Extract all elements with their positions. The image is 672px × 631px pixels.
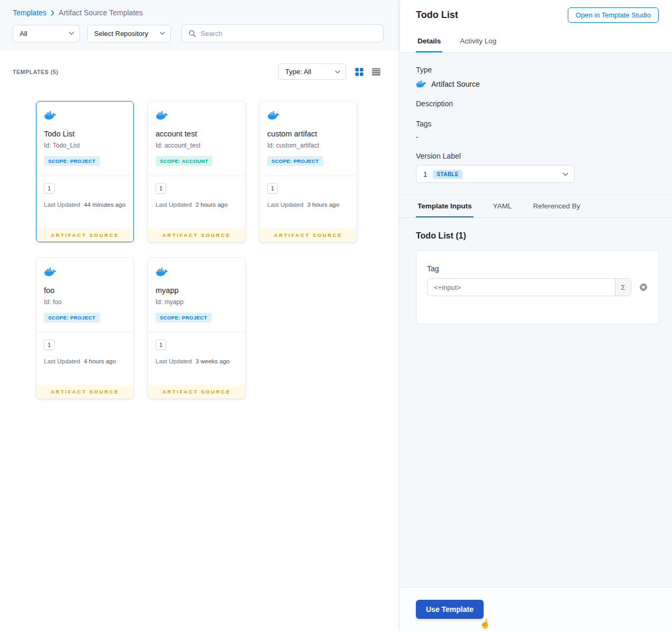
inner-tabs: Template Inputs YAML Referenced By [400,195,672,218]
template-name: account test [156,130,238,138]
template-card-custom-artifact[interactable]: custom artifact Id: custom_artifact SCOP… [259,101,357,242]
docker-icon [267,109,280,121]
panel-header: Todo List Open in Template Studio [400,0,672,30]
template-name: custom artifact [267,130,349,138]
template-name: foo [44,286,126,295]
description-label: Description [416,99,659,108]
docker-icon [44,109,57,121]
last-updated-value: 2 hours ago [195,202,228,208]
version-label: Version Label [416,152,659,160]
last-updated: Last Updated 2 hours ago [156,202,238,208]
tab-yaml[interactable]: YAML [492,202,514,217]
list-view-icon[interactable] [372,68,380,76]
mouse-cursor-icon: ☝ [479,618,492,630]
last-updated-label: Last Updated [156,202,192,208]
template-card-account-test[interactable]: account test Id: account_test SCOPE: ACC… [148,101,246,242]
inputs-title: Todo List (1) [416,231,659,241]
last-updated: Last Updated 44 minutes ago [44,202,126,208]
docker-icon [416,79,426,89]
last-updated: Last Updated 4 hours ago [44,358,126,364]
template-type-footer: ARTIFACT SOURCE [260,228,357,242]
docker-icon [44,266,57,278]
details-body: Type Artifact Source Description Tags - … [400,53,672,183]
expression-sigma-button[interactable]: Σ [615,279,631,296]
last-updated-value: 4 hours ago [84,358,116,364]
last-updated-label: Last Updated [156,358,192,364]
breadcrumb-current: Artifact Source Templates [59,8,143,17]
type-label: Type [416,66,659,74]
panel-tabs: Details Activity Log [400,30,672,53]
type-value: Artifact Source [431,80,480,88]
template-type-footer: ARTIFACT SOURCE [37,228,133,242]
tag-label: Tag [427,264,648,273]
panel-footer: Use Template ☝ [400,587,672,631]
open-in-template-studio-button[interactable]: Open in Template Studio [568,7,659,23]
template-id: Id: foo [44,298,126,306]
chevron-down-icon [69,32,74,35]
last-updated: Last Updated 3 weeks ago [156,358,238,364]
tags-label: Tags [416,120,659,128]
template-type-footer: ARTIFACT SOURCE [148,385,245,398]
version-count: 1 [44,183,55,194]
scope-filter-dropdown[interactable]: All [13,25,80,42]
template-card-myapp[interactable]: myapp Id: myapp SCOPE: PROJECT 1 Last Up… [148,258,246,399]
template-id: Id: myapp [156,298,238,306]
tab-template-inputs[interactable]: Template Inputs [416,202,474,217]
tab-details[interactable]: Details [416,37,442,52]
template-card-todo-list[interactable]: Todo List Id: Todo_List SCOPE: PROJECT 1… [36,101,134,242]
template-name: myapp [156,286,238,295]
view-toggle [355,68,380,76]
list-header: TEMPLATES (5) Type: All [0,51,399,80]
tag-input-group: Σ [427,278,631,296]
chevron-down-icon [160,32,165,35]
version-count: 1 [267,183,278,194]
type-filter-dropdown[interactable]: Type: All [278,63,346,80]
filter-row: All Select Repository [13,24,387,42]
scope-badge: SCOPE: ACCOUNT [156,156,213,166]
template-list-page: Templates Artifact Source Templates All … [0,0,399,631]
tab-activity-log[interactable]: Activity Log [458,37,498,52]
templates-count: TEMPLATES (5) [13,69,58,75]
grid-view-icon[interactable] [355,68,364,76]
template-inputs-section: Todo List (1) Tag Σ [400,218,672,324]
last-updated-value: 44 minutes ago [84,202,125,208]
version-dropdown[interactable]: 1 STABLE [416,165,575,183]
template-type-footer: ARTIFACT SOURCE [148,228,245,242]
last-updated-label: Last Updated [44,202,80,208]
repository-filter-dropdown[interactable]: Select Repository [87,25,171,42]
panel-title: Todo List [416,10,458,21]
last-updated-value: 3 hours ago [307,202,339,208]
gear-icon[interactable] [639,282,648,292]
template-card-foo[interactable]: foo Id: foo SCOPE: PROJECT 1 Last Update… [36,258,134,399]
search-input[interactable] [201,30,377,38]
tag-input[interactable] [428,279,615,296]
template-id: Id: custom_artifact [267,142,349,149]
version-count: 1 [44,340,55,350]
tab-referenced-by[interactable]: Referenced By [531,202,582,217]
repository-filter-value: Select Repository [94,30,148,38]
version-count: 1 [156,340,166,350]
template-id: Id: Todo_List [44,142,126,149]
scope-badge: SCOPE: PROJECT [267,156,323,166]
chevron-down-icon [562,172,568,176]
chevron-down-icon [335,70,340,74]
search-icon [188,30,196,38]
stable-badge: STABLE [433,170,462,179]
last-updated-label: Last Updated [44,358,80,364]
last-updated-value: 3 weeks ago [195,358,230,364]
template-details-panel: Todo List Open in Template Studio Detail… [399,0,672,631]
template-type-footer: ARTIFACT SOURCE [37,385,133,398]
version-count: 1 [156,183,166,194]
scope-badge: SCOPE: PROJECT [156,313,212,323]
last-updated-label: Last Updated [267,202,303,208]
breadcrumb-templates-link[interactable]: Templates [13,8,47,17]
breadcrumb: Templates Artifact Source Templates [13,8,387,17]
breadcrumb-chevron-icon [51,10,55,16]
use-template-button[interactable]: Use Template [416,600,484,619]
docker-icon [156,266,168,278]
scope-filter-value: All [20,30,27,38]
version-value: 1 [423,170,427,178]
tags-value: - [416,133,659,141]
page-header: Templates Artifact Source Templates All … [0,0,399,51]
inputs-card: Tag Σ [416,250,659,324]
